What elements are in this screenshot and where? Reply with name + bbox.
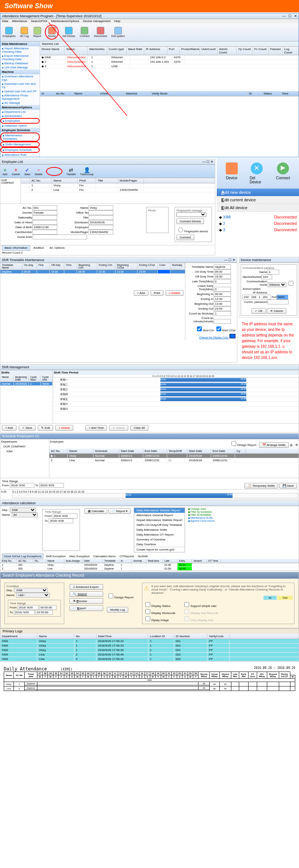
- sched-row[interactable]: 2LinaNormal2000/1/12999/12/31☐2016/9/262…: [49, 458, 299, 463]
- shift-delete-button[interactable]: × Delete: [166, 290, 184, 296]
- sidebar-item-shifts[interactable]: Shifts Management: [0, 142, 40, 147]
- nat-input[interactable]: [33, 215, 57, 220]
- sm-save-button[interactable]: ✓ Save: [19, 425, 36, 431]
- action-link[interactable]: ◆ Append Clock In/Out: [188, 520, 215, 523]
- emp-input[interactable]: [89, 225, 113, 230]
- endout-input[interactable]: [214, 306, 231, 311]
- calculate-button[interactable]: ▦ Calculate: [84, 508, 108, 514]
- dep-select[interactable]: XIMI: [10, 508, 36, 512]
- emp-transfer-button[interactable]: ⇄Transfer: [65, 166, 77, 176]
- sidebar-item[interactable]: Usb Disk Manage: [0, 65, 40, 69]
- menu-editall[interactable]: EEdit All device: [217, 204, 299, 212]
- offduty-input[interactable]: [214, 274, 231, 279]
- designreport-check[interactable]: [231, 441, 236, 446]
- late-input[interactable]: [214, 279, 231, 284]
- devname-input[interactable]: [268, 270, 279, 275]
- shift-add-button[interactable]: + Add: [134, 290, 148, 296]
- aclog-button[interactable]: AC Log: [19, 26, 30, 38]
- tab-basicinfo[interactable]: Basic Information: [2, 245, 30, 251]
- action-link[interactable]: ◆ Change color: [188, 508, 215, 511]
- preview-button[interactable]: 👁 PPreview: [70, 598, 103, 604]
- calc-from-input[interactable]: [53, 514, 77, 518]
- dismissed-input[interactable]: [89, 220, 113, 225]
- report-menu-item[interactable]: Daily Attendance Statistic Report: [134, 508, 185, 513]
- modify-log-button[interactable]: Modify Log: [107, 607, 128, 613]
- commmode-select[interactable]: Ethernet: [268, 282, 286, 287]
- emp-add-button[interactable]: +Add: [2, 166, 8, 176]
- report-menu-item[interactable]: Daily Overtime: [134, 542, 185, 547]
- search-from-time[interactable]: [39, 605, 56, 610]
- shiftmgmt-row[interactable]: Normal2016/9/261Week: [0, 382, 53, 386]
- shift-row[interactable]: Daytime09:3018:3008:3012:3013:3023:59: [0, 270, 185, 274]
- report-menu-item[interactable]: Daily Attendance Shifts: [134, 527, 185, 532]
- search-button[interactable]: 🔍 Search: [70, 591, 103, 597]
- report-button[interactable]: Report: [33, 26, 42, 38]
- onduty-input[interactable]: [214, 269, 231, 274]
- emp-save-button[interactable]: ✓Save: [24, 166, 31, 176]
- mustcout-check[interactable]: [216, 326, 221, 331]
- begin-input[interactable]: [214, 292, 231, 297]
- tree-ximi[interactable]: XIMI: [0, 449, 49, 454]
- adv-export-button[interactable]: ◇ Advanced Export: [70, 584, 103, 590]
- tab-acoptions[interactable]: AC Options: [47, 245, 67, 250]
- emp-facegroup-button[interactable]: 👤FaceGroup: [80, 166, 94, 176]
- connect-device-button[interactable]: Connect Device: [176, 218, 204, 224]
- report-button-calc[interactable]: 📄 Report ▾: [108, 508, 131, 514]
- opt-check[interactable]: [145, 602, 150, 607]
- sidebar-item[interactable]: Download user info and Fp: [0, 82, 40, 89]
- change-color-link[interactable]: Change the Display Color: [199, 336, 229, 339]
- menu-addnew[interactable]: AAdd new device: [217, 189, 299, 196]
- report-menu-item[interactable]: Attendance General Report: [134, 513, 185, 518]
- home-input[interactable]: [33, 235, 87, 239]
- commpwd-input[interactable]: [268, 300, 289, 304]
- report-menu-item[interactable]: Depart Attendance Statistic Report: [134, 518, 185, 523]
- endin-input[interactable]: [214, 297, 231, 301]
- sidebar-item-empsched[interactable]: Employee Schedule: [0, 147, 40, 153]
- search-name-select[interactable]: <All>: [16, 593, 50, 598]
- calc-row[interactable]: 1001Vicky2016/09/26Daytime101:0000:34: [0, 563, 299, 567]
- search-result-row[interactable]: XIMIVicky12016/9/26 17:56:321001FP: [0, 639, 299, 644]
- tab-addition[interactable]: Addition: [31, 245, 46, 250]
- search-result-row[interactable]: XIMIVicky12016/9/26 17:56:331001FP: [0, 644, 299, 648]
- card-input[interactable]: [33, 230, 57, 235]
- sidebar-item[interactable]: Upload user info and FP: [0, 89, 40, 93]
- sidebar-item[interactable]: Administrator: [0, 114, 40, 118]
- shift-print-button[interactable]: Print: [151, 290, 163, 296]
- sched-save-button[interactable]: 💾 Save: [279, 483, 297, 489]
- export-button[interactable]: 📄 EExport: [70, 605, 103, 611]
- port-input[interactable]: [277, 295, 288, 300]
- search-result-row[interactable]: XIMILina22016/9/26 17:56:401002FP: [0, 652, 299, 657]
- report-menu-item[interactable]: Staff's On-Duty/Off-Duty Timetable: [134, 523, 185, 527]
- emp-cancel-button[interactable]: ×Cancel: [11, 166, 21, 176]
- begout-input[interactable]: [214, 301, 231, 306]
- tt-name-input[interactable]: [214, 264, 231, 269]
- sidebar-item[interactable]: AC Manage: [0, 101, 40, 105]
- tab-shiftexc[interactable]: Shift Exception: [44, 554, 67, 559]
- sm-deltime-button[interactable]: ✕ Delete: [109, 425, 128, 431]
- sm-clearall-button[interactable]: Clear All: [130, 425, 148, 431]
- menu-bar[interactable]: DataAttendanceSearch/PrintMaintenance/Op…: [0, 19, 299, 23]
- mustcin-check[interactable]: [197, 326, 202, 331]
- big-device-button[interactable]: Device: [220, 161, 244, 186]
- calc-to-input[interactable]: [49, 518, 73, 523]
- opt-check[interactable]: [184, 602, 189, 607]
- search-from-date[interactable]: [18, 605, 38, 610]
- name-input[interactable]: [89, 205, 113, 210]
- arrange-shifts-button[interactable]: 📅 Arrange Shifts: [259, 442, 289, 448]
- android-check[interactable]: [289, 281, 293, 286]
- action-link[interactable]: ◆ Filter by exception: [188, 511, 215, 514]
- sidebar-item[interactable]: Database Option: [0, 124, 40, 128]
- devmaint-ok-button[interactable]: ✓ OK: [252, 308, 266, 314]
- sched-to-input[interactable]: [39, 483, 64, 488]
- sidebar-item[interactable]: Download attendance logs: [0, 74, 40, 82]
- mobile-input[interactable]: [89, 230, 113, 235]
- acno-input[interactable]: [33, 205, 57, 210]
- hired-input[interactable]: [33, 220, 57, 225]
- sched-from-input[interactable]: [10, 483, 34, 488]
- leave-input[interactable]: [214, 287, 231, 292]
- big-connect-button[interactable]: ▶Connect: [270, 161, 296, 186]
- action-link[interactable]: ◆ Filter its timetable: [188, 514, 215, 517]
- tab-calcitems[interactable]: Calculated Items: [92, 554, 117, 559]
- sm-edit-button[interactable]: ✎ Edit: [38, 425, 53, 431]
- fp-device-radio[interactable]: [178, 227, 183, 232]
